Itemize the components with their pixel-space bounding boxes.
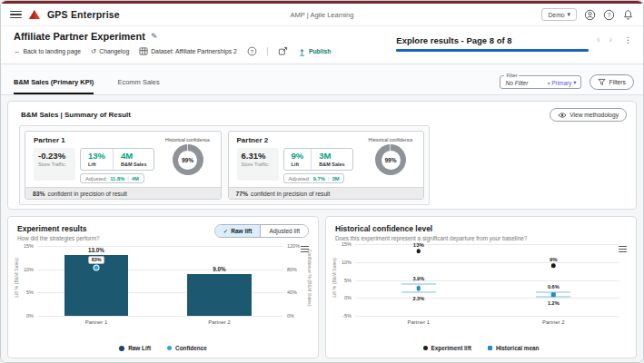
y-tick-right: 120% <box>287 243 300 249</box>
historical-mean-swatch-icon <box>488 346 492 350</box>
experiment-lift-label: 13% <box>413 242 424 248</box>
precision-percent: 83% <box>33 191 45 197</box>
experiment-plot: 15% 10% 5% 0% 120% 80% 40% 0% 13.0%Partn… <box>37 246 283 316</box>
gridline <box>37 316 283 317</box>
experiment-lift-point[interactable] <box>551 263 556 268</box>
bar-value-label: 9.0% <box>213 266 225 272</box>
historical-confidence-label: Historical confidence <box>364 137 417 142</box>
experiment-lift-point[interactable] <box>417 250 421 254</box>
legend-confidence[interactable]: Confidence <box>167 345 207 351</box>
y-tick: 0% <box>26 313 34 319</box>
divider <box>267 47 268 55</box>
explore-results-title: Explore results - Page 8 of 8 <box>396 35 589 49</box>
filter-select[interactable]: Filter No Filter • Primary ▾ <box>500 75 581 89</box>
historical-plot: 15% 10% 5% 0% -5% Partner 113%3.9%2.3%Pa… <box>355 244 619 316</box>
precision-text: confident in precision of result <box>251 191 330 197</box>
legend-raw-lift[interactable]: Raw Lift <box>119 345 151 351</box>
back-link[interactable]: ← Back to landing page <box>14 47 81 55</box>
x-axis-label: Partner 1 <box>85 319 108 325</box>
more-options-icon[interactable]: ⋮ <box>620 35 632 44</box>
gridline <box>37 246 283 247</box>
legend-confidence-label: Confidence <box>175 345 207 351</box>
tab-bm-sales[interactable]: B&M Sales (Primary KPI) <box>14 78 94 94</box>
lift-label: Lift <box>292 162 304 167</box>
publish-icon <box>298 47 306 56</box>
adjusted-lift-value: 11.8% <box>110 176 124 182</box>
historical-confidence-title: Historical confidence level <box>335 224 627 233</box>
summary-card: B&M Sales | Summary of Result View metho… <box>7 101 637 210</box>
adjusted-metrics: Adjusted: 9.7% | 3M <box>283 173 345 183</box>
tab-ecomm-sales[interactable]: Ecomm Sales <box>117 78 159 94</box>
y-tick: 10% <box>342 260 352 265</box>
chart-menu-icon[interactable] <box>619 246 627 252</box>
y-tick: 15% <box>24 243 34 249</box>
previous-page-icon[interactable]: ‹ <box>596 35 600 44</box>
view-methodology-button[interactable]: View methodology <box>550 108 627 122</box>
check-icon: ✓ <box>223 228 228 235</box>
legend-historical-mean[interactable]: Historical mean <box>488 345 540 351</box>
adjusted-lift-value: 9.7% <box>313 176 325 182</box>
filters-button[interactable]: Filters <box>590 74 634 90</box>
dataset-grid-icon <box>139 46 148 56</box>
bell-icon[interactable] <box>622 9 634 21</box>
page-header: Affiliate Partner Experiment ✎ ← Back to… <box>1 26 643 64</box>
experiment-lift-swatch-icon <box>423 346 428 350</box>
filter-value: No Filter <box>505 80 528 86</box>
precision-percent: 77% <box>236 191 249 197</box>
y-tick-right: 40% <box>287 289 297 295</box>
confidence-point[interactable] <box>94 265 99 270</box>
store-traffic-value: -0.23% <box>38 151 71 161</box>
partner-card-1: Partner 1 -0.23% Store Traffic: 13% <box>25 131 222 200</box>
back-arrow-icon: ← <box>14 47 21 55</box>
dataset-link[interactable]: Dataset: Affiliate Partnerships 2 <box>139 46 237 56</box>
lift-value: 9% <box>292 151 304 161</box>
changelog-link[interactable]: ↺ Changelog <box>91 47 129 55</box>
legend-raw-lift-label: Raw Lift <box>128 345 151 351</box>
app-window: GPS Enterprise AMP | Agile Learning Demo… <box>0 0 644 363</box>
raw-lift-swatch-icon <box>119 346 124 351</box>
lift-value: 13% <box>88 151 105 161</box>
experiment-lift-label: 9% <box>550 257 558 262</box>
legend-historical-mean-label: Historical mean <box>496 345 540 351</box>
filter-primary-pill[interactable]: • Primary ▾ <box>548 79 576 86</box>
historical-mean-point[interactable] <box>417 286 421 290</box>
raw-lift-toggle[interactable]: ✓ Raw lift <box>215 225 261 237</box>
experiment-results-panel: Experiment results How did the strategie… <box>7 216 319 358</box>
historical-confidence-panel: Historical confidence level Does this ex… <box>325 216 637 358</box>
funnel-icon <box>598 78 606 86</box>
historical-confidence-donut: 99% <box>173 144 203 175</box>
partners-container: Partner 1 -0.23% Store Traffic: 13% <box>19 125 430 205</box>
precision-footer: 77% confident in precision of result <box>229 187 424 199</box>
user-icon[interactable] <box>584 9 596 21</box>
demo-dropdown[interactable]: Demo ▾ <box>541 8 577 21</box>
publish-button[interactable]: Publish <box>298 47 332 56</box>
help-icon[interactable]: ? <box>603 9 615 21</box>
historical-mean-point[interactable] <box>551 292 556 297</box>
lift-sales-metrics: 13% Lift 4M B&M Sales <box>80 148 154 171</box>
demo-label: Demo <box>548 12 564 18</box>
back-link-label: Back to landing page <box>24 48 82 54</box>
bullet-icon: • <box>548 80 550 86</box>
raw-lift-bar[interactable] <box>187 274 251 316</box>
gridline <box>355 262 619 263</box>
adjusted-lift-toggle[interactable]: Adjusted lift <box>260 225 308 237</box>
pipe-separator: | <box>328 176 330 182</box>
lift-sales-metrics: 9% Lift 3M B&M Sales <box>283 148 353 171</box>
x-axis-label: Partner 2 <box>542 319 565 325</box>
view-methodology-label: View methodology <box>570 112 619 118</box>
x-axis-label: Partner 2 <box>208 319 231 325</box>
publish-label: Publish <box>309 48 332 54</box>
store-traffic-value: 6.31% <box>242 151 274 161</box>
menu-icon[interactable] <box>10 11 22 19</box>
changelog-icon: ↺ <box>91 47 96 55</box>
gridline <box>355 298 619 299</box>
partner-card-2: Partner 2 6.31% Store Traffic: 9% <box>228 131 425 200</box>
confidence-percent: 99% <box>182 157 193 163</box>
info-icon[interactable]: ? <box>247 46 257 56</box>
share-icon[interactable] <box>278 46 288 56</box>
y-axis-title: Lift % (B&M Sales) <box>332 241 337 314</box>
legend-experiment-lift[interactable]: Experiment lift <box>423 345 471 351</box>
dataset-label: Dataset: Affiliate Partnerships 2 <box>151 48 237 54</box>
next-page-icon[interactable]: › <box>609 35 613 44</box>
edit-title-icon[interactable]: ✎ <box>151 32 158 41</box>
